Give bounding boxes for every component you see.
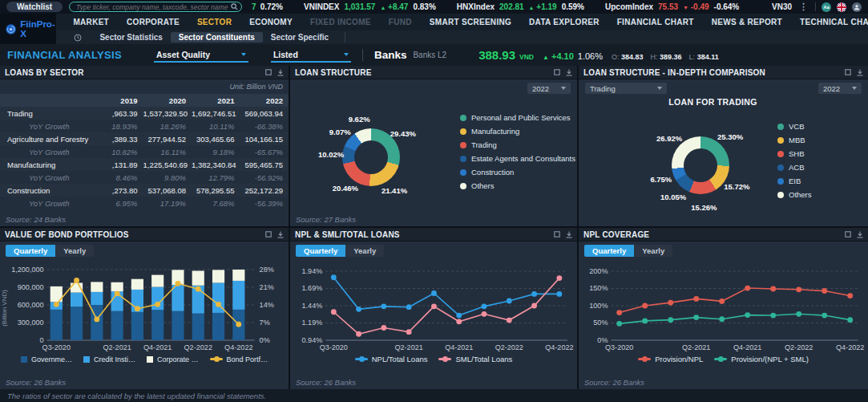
nav-item-news-report[interactable]: NEWS & REPORT bbox=[703, 18, 791, 26]
download-icon[interactable] bbox=[277, 69, 284, 76]
ticker-fragment[interactable]: 7 0.72% bbox=[252, 2, 283, 11]
year-column-header: 2022 bbox=[240, 94, 289, 107]
cell-value: ,389.33 bbox=[95, 132, 143, 145]
nav-item-technical-chart[interactable]: TECHNICAL CHART bbox=[791, 18, 868, 26]
watchlist-button[interactable]: Watchlist bbox=[6, 2, 63, 12]
nav-item-corporate[interactable]: CORPORATE bbox=[118, 18, 188, 26]
tab-quarterly[interactable]: Quarterly bbox=[296, 245, 345, 257]
svg-text:Q2-2021: Q2-2021 bbox=[103, 343, 131, 351]
nav-item-data-explorer[interactable]: DATA EXPLORER bbox=[520, 18, 608, 26]
divider bbox=[815, 2, 816, 11]
legend-item-eib[interactable]: EIB bbox=[777, 177, 812, 185]
download-icon[interactable] bbox=[566, 231, 572, 238]
legend-item-construction[interactable]: Construction bbox=[460, 168, 575, 177]
svg-text:21%: 21% bbox=[260, 283, 274, 291]
chevron-down-icon bbox=[241, 53, 246, 56]
legend-item-vcb[interactable]: VCB bbox=[777, 122, 812, 131]
tab-quarterly[interactable]: Quarterly bbox=[6, 245, 55, 257]
donut-legend: Personal and Public ServicesManufacturin… bbox=[460, 113, 575, 190]
cell-value: 9.18% bbox=[192, 145, 240, 158]
legend-item-provision-npl-sml[interactable]: Provision/(NPL + SML) bbox=[714, 355, 809, 363]
metric-select[interactable]: Asset Quality bbox=[154, 48, 248, 63]
expand-icon[interactable] bbox=[265, 69, 272, 75]
panel-header: LOANS BY SECTOR bbox=[0, 66, 289, 79]
ticker-search-input[interactable] bbox=[69, 2, 242, 12]
index-quote-vnindex[interactable]: VNINDEX1,031.57▲ +8.470.83% bbox=[304, 2, 436, 11]
cell-value: ,131.89 bbox=[95, 158, 143, 171]
history-clock-icon[interactable] bbox=[74, 34, 82, 42]
nav-item-economy[interactable]: ECONOMY bbox=[240, 18, 301, 26]
year-column-header: 2019 bbox=[95, 94, 143, 107]
legend-item-sml-total-loans[interactable]: SML/Total Loans bbox=[438, 355, 512, 363]
nav-item-smart-screening[interactable]: SMART SCREENING bbox=[421, 18, 520, 26]
tab-yearly[interactable]: Yearly bbox=[345, 245, 384, 257]
listing-select[interactable]: Listed bbox=[271, 48, 351, 63]
period-tabs: QuarterlyYearly bbox=[290, 242, 577, 257]
panel-title: LOAN STRUCTURE - IN-DEPTH COMPARISON bbox=[583, 68, 765, 77]
index-quote-upcomindex[interactable]: UpcomIndex75.53▼ -0.49-0.64% bbox=[605, 2, 739, 11]
download-icon[interactable] bbox=[566, 69, 572, 76]
legend-item-others[interactable]: Others bbox=[460, 181, 575, 190]
subnav-tab-sector-statistics[interactable]: Sector Statistics bbox=[91, 32, 170, 43]
brand-name: FiinPro-X bbox=[20, 19, 56, 39]
year-select[interactable]: 2022 bbox=[527, 83, 571, 94]
vn30-label[interactable]: VN30 bbox=[772, 2, 792, 11]
page-title: FINANCIAL ANALYSIS bbox=[7, 49, 122, 61]
expand-icon[interactable] bbox=[265, 231, 272, 238]
legend-item-estate-agents-and-consultants[interactable]: Estate Agents and Consultants bbox=[460, 154, 575, 163]
more-menu-icon[interactable]: ⋮ bbox=[797, 2, 809, 12]
legend-item-manufacturing[interactable]: Manufacturing bbox=[460, 127, 575, 136]
tab-quarterly[interactable]: Quarterly bbox=[584, 245, 634, 257]
legend-item-corporate[interactable]: Corporate … bbox=[147, 355, 199, 363]
legend-item-npl-total-loans[interactable]: NPL/Total Loans bbox=[355, 355, 428, 363]
download-icon[interactable] bbox=[857, 69, 863, 76]
legend-item-acb[interactable]: ACB bbox=[777, 163, 812, 172]
donut-chart bbox=[672, 136, 729, 194]
legend-item-mbb[interactable]: MBB bbox=[777, 136, 812, 144]
expand-icon[interactable] bbox=[845, 69, 851, 75]
cell-value: 595,465.75 bbox=[240, 158, 289, 171]
sector-name[interactable]: Banks bbox=[374, 49, 407, 61]
subnav-tab-sector-specific[interactable]: Sector Specific bbox=[263, 32, 337, 43]
font-size-icon[interactable]: Aa bbox=[822, 2, 831, 12]
language-flag-icon[interactable] bbox=[837, 2, 846, 12]
legend-item-personal-and-public-services[interactable]: Personal and Public Services bbox=[460, 113, 575, 122]
bond-portfolio-chart: 1,200,00028%900,00021%600,00014%300,0007… bbox=[0, 258, 289, 353]
category-select[interactable]: Trading bbox=[585, 83, 667, 94]
slice-label-construction: 9.07% bbox=[329, 128, 351, 136]
year-select[interactable]: 2022 bbox=[818, 83, 862, 94]
svg-text:14%: 14% bbox=[260, 301, 274, 309]
brand[interactable]: FiinPro-X bbox=[0, 14, 56, 44]
legend-item-bond-portf[interactable]: Bond Portf… bbox=[210, 355, 268, 363]
panel-header: VALUE OF BOND PORTFOLIOS bbox=[0, 228, 289, 242]
user-profile-icon[interactable] bbox=[852, 2, 862, 12]
cell-value: 8.46% bbox=[95, 171, 143, 184]
nav-item-market[interactable]: MARKET bbox=[64, 18, 118, 26]
expand-icon[interactable] bbox=[845, 231, 851, 238]
subnav-tab-sector-constituents[interactable]: Sector Constituents bbox=[171, 32, 263, 43]
legend-swatch bbox=[21, 356, 27, 363]
svg-text:Q4-2022: Q4-2022 bbox=[545, 343, 573, 351]
legend-item-credit-insti[interactable]: Credit Insti… bbox=[83, 355, 135, 363]
expand-icon[interactable] bbox=[554, 231, 560, 238]
expand-icon[interactable] bbox=[554, 69, 560, 75]
legend-item-trading[interactable]: Trading bbox=[460, 140, 575, 149]
nav-item-financial-chart[interactable]: FINANCIAL CHART bbox=[608, 18, 703, 26]
cell-value: 6.95% bbox=[95, 197, 143, 209]
legend-item-others[interactable]: Others bbox=[777, 190, 812, 199]
nav-column: MARKETCORPORATESECTORECONOMYFIXED INCOME… bbox=[56, 14, 868, 44]
nav-item-sector[interactable]: SECTOR bbox=[188, 18, 240, 26]
svg-text:1.94%: 1.94% bbox=[302, 267, 323, 275]
download-icon[interactable] bbox=[277, 231, 284, 238]
legend-item-shb[interactable]: SHB bbox=[777, 149, 812, 158]
legend-item-governme[interactable]: Governme… bbox=[21, 355, 72, 363]
legend-item-provision-npl[interactable]: Provision/NPL bbox=[638, 355, 703, 363]
header: FiinPro-X MARKETCORPORATESECTORECONOMYFI… bbox=[0, 14, 868, 44]
index-quote-hnxindex[interactable]: HNXIndex202.81▲ +1.190.59% bbox=[457, 2, 584, 11]
download-icon[interactable] bbox=[857, 231, 863, 238]
chevron-down-icon bbox=[344, 53, 349, 56]
tab-yearly[interactable]: Yearly bbox=[55, 245, 94, 257]
tab-yearly[interactable]: Yearly bbox=[634, 245, 672, 257]
panel-title: NPL & SML/TOTAL LOANS bbox=[295, 230, 400, 239]
svg-text:600,000: 600,000 bbox=[18, 301, 44, 309]
